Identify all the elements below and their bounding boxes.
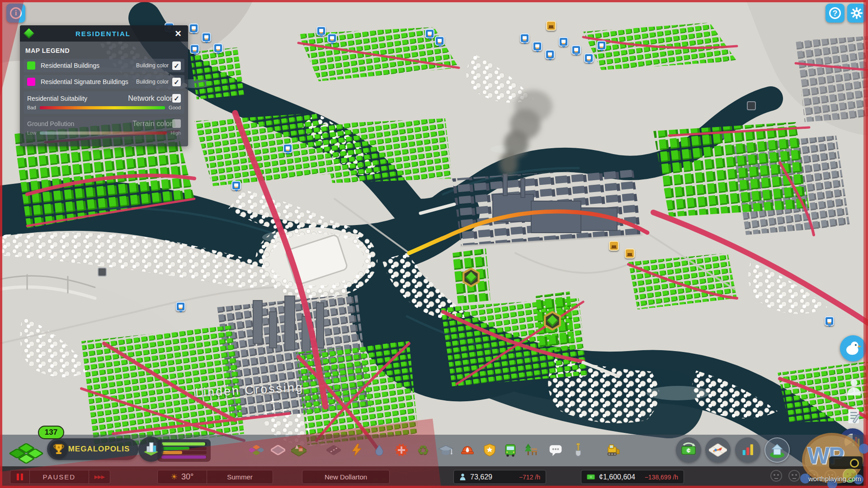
tool-healthcare-button[interactable] (392, 441, 410, 459)
scale-min-label: Low (27, 130, 36, 136)
tool-garbage-button[interactable]: ♻ (414, 441, 432, 459)
service-marker-icon[interactable] (571, 45, 581, 55)
service-marker-icon[interactable] (597, 41, 606, 50)
checkbox-checked[interactable]: ✓ (172, 78, 181, 86)
service-marker-icon[interactable] (545, 50, 555, 59)
fast-forward-button[interactable]: ▶▶▶ (89, 470, 110, 483)
happiness-widget[interactable] (764, 470, 857, 483)
bulldozer-button[interactable] (604, 441, 622, 459)
citizen-panel-button[interactable] (844, 376, 864, 399)
service-marker-icon[interactable] (533, 42, 542, 51)
economy-icon: ¢ (680, 441, 697, 459)
person-icon (845, 377, 863, 397)
city-name-label: New Dollarton (325, 473, 367, 481)
weather-season-widget[interactable]: ☀ 30° Summer (157, 470, 273, 484)
service-marker-icon[interactable] (435, 36, 444, 46)
service-marker-icon[interactable] (825, 316, 834, 326)
tool-transportation-button[interactable] (501, 441, 519, 459)
population-widget[interactable]: 73,629 −712 /h (453, 470, 546, 484)
landscaping-icon (291, 442, 307, 458)
settings-button[interactable] (847, 4, 866, 23)
main-toolbar: 137 MEGALOPOLIS (0, 435, 868, 466)
legend-label: Residential Suitability (27, 95, 128, 102)
status-bar: PAUSED ▶▶▶ ☀ 30° Summer New Dollarton 73… (0, 466, 868, 488)
signature-marker-icon[interactable] (625, 249, 635, 258)
service-marker-icon[interactable] (189, 23, 198, 33)
service-marker-icon[interactable] (559, 37, 568, 47)
info-views-panel-button[interactable] (764, 437, 790, 463)
stadium-island (262, 227, 371, 292)
checkbox-checked[interactable]: ✓ (172, 61, 181, 70)
service-marker-icon[interactable] (283, 144, 292, 153)
demand-progress-panel[interactable] (157, 439, 211, 462)
residential-demand-bar (161, 447, 189, 450)
service-marker-icon[interactable] (584, 53, 594, 63)
service-marker-icon[interactable] (316, 26, 326, 36)
statistics-panel-button[interactable] (735, 437, 760, 463)
info-button[interactable]: i (6, 4, 25, 23)
signature-marker-icon[interactable] (546, 21, 556, 31)
tool-communications-button[interactable] (547, 441, 565, 459)
signature-marker-icon[interactable] (609, 241, 619, 251)
tool-landscaping-button[interactable] (290, 441, 308, 459)
police-shield-icon (482, 443, 497, 457)
journal-icon (845, 407, 863, 426)
utility-marker-icon[interactable] (98, 267, 107, 277)
city-name-widget[interactable]: New Dollarton (302, 470, 390, 484)
close-icon[interactable]: × (173, 28, 184, 38)
map-legend-heading: MAP LEGEND (25, 47, 183, 54)
service-marker-icon[interactable] (425, 29, 434, 38)
tool-areas-button[interactable] (269, 441, 287, 459)
legend-label: Ground Pollution (27, 120, 132, 127)
legend-mode-label: Network color (128, 94, 172, 103)
info-icon: i (10, 7, 22, 19)
shovel-icon (571, 443, 585, 457)
graduation-cap-icon (438, 442, 453, 458)
service-marker-icon[interactable] (213, 43, 223, 53)
legend-label: Residential Buildings (41, 62, 136, 69)
suitability-gradient (40, 106, 165, 109)
tool-zoning-button[interactable] (247, 441, 265, 459)
tool-education-button[interactable] (437, 441, 455, 459)
economy-panel-button[interactable]: ¢ (676, 437, 701, 463)
pause-button[interactable] (10, 470, 29, 483)
milestone-progress-button[interactable]: 137 (7, 428, 51, 472)
tool-police-button[interactable] (481, 441, 499, 459)
city-progress-button[interactable] (138, 436, 164, 462)
residential-infoview-panel: RESIDENTIAL × MAP LEGEND Residential Bui… (20, 25, 188, 146)
milestone-tiles-icon (7, 433, 45, 471)
service-marker-icon[interactable] (327, 33, 337, 43)
tool-terraforming-button[interactable] (569, 441, 587, 459)
help-button[interactable]: ? (826, 4, 844, 23)
tool-parks-button[interactable] (522, 441, 540, 459)
question-icon: ? (829, 7, 841, 19)
water-drop-icon (373, 444, 386, 456)
happy-face-icon (843, 468, 857, 483)
tool-fire-rescue-button[interactable] (458, 441, 476, 459)
money-amount: ¢1,600,604 (599, 473, 635, 481)
service-marker-icon[interactable] (202, 33, 211, 42)
areas-icon (271, 443, 285, 457)
population-rate: −712 /h (519, 474, 540, 481)
tool-roads-button[interactable] (325, 441, 343, 459)
legend-row-ground-pollution: Ground Pollution Terrain color Low High (24, 117, 184, 139)
map-overview-panel-button[interactable] (705, 437, 731, 463)
svg-text:¢: ¢ (687, 447, 690, 454)
journal-button[interactable] (844, 405, 864, 427)
budget-widget[interactable]: ¢1,600,604 −138,699 /h (581, 470, 684, 484)
checkbox-checked[interactable]: ✓ (172, 94, 181, 103)
tool-water-button[interactable] (370, 441, 388, 459)
xp-progress-bar (161, 442, 205, 446)
chirper-button[interactable] (840, 335, 866, 361)
service-marker-icon[interactable] (190, 44, 199, 54)
chirper-bird-icon (844, 339, 862, 357)
service-marker-icon[interactable] (231, 181, 241, 190)
panel-title: RESIDENTIAL (33, 30, 173, 38)
tool-electricity-button[interactable] (348, 441, 366, 459)
milestone-name-button[interactable]: MEGALOPOLIS (47, 438, 138, 460)
utility-marker-icon[interactable] (747, 101, 756, 110)
checkbox-unchecked[interactable] (172, 119, 181, 128)
city-progress-icon (142, 441, 160, 458)
service-marker-icon[interactable] (176, 302, 185, 311)
service-marker-icon[interactable] (520, 33, 529, 43)
